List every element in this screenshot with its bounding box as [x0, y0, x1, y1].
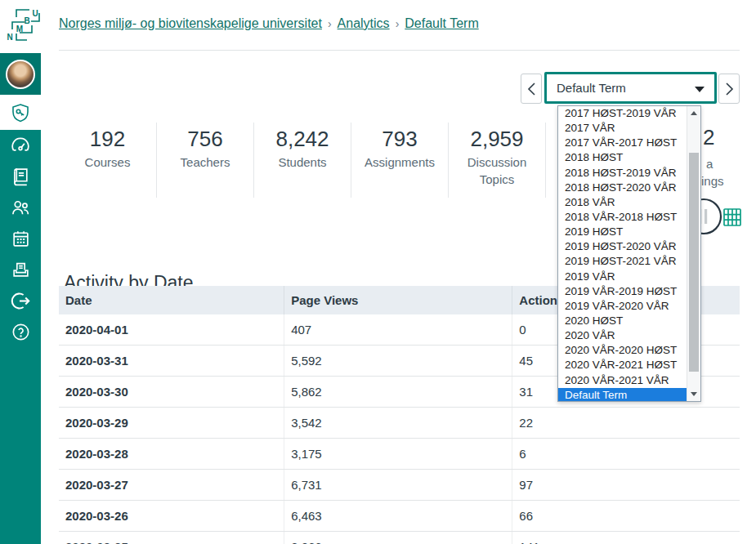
stat-label: Courses: [59, 154, 156, 171]
next-term-button[interactable]: [718, 74, 740, 104]
cell-actions: 66: [512, 501, 740, 532]
stat-card: 2,959Discussion Topics: [448, 123, 545, 198]
term-option[interactable]: 2020 VÅR-2021 VÅR: [558, 373, 687, 388]
cell-date: 2020-03-29: [59, 408, 284, 439]
sidebar-item-groups[interactable]: [0, 192, 41, 223]
term-option[interactable]: 2020 VÅR: [558, 328, 687, 343]
header-divider: [59, 50, 740, 51]
breadcrumb-account-link[interactable]: Norges miljø- og biovitenskapelige unive…: [59, 16, 322, 30]
cell-page-views: 5,862: [284, 377, 512, 408]
chevron-right-icon: [725, 82, 734, 96]
sidebar-item-logout[interactable]: [0, 285, 41, 316]
breadcrumb: Norges miljø- og biovitenskapelige unive…: [59, 16, 479, 31]
stat-label-fragment: a: [706, 157, 713, 171]
cell-date: 2020-04-01: [59, 314, 284, 346]
breadcrumb-separator: ›: [328, 17, 332, 30]
sidebar-item-inbox[interactable]: [0, 254, 41, 285]
question-mark-icon: [11, 322, 31, 342]
term-option[interactable]: 2019 HØST: [558, 225, 687, 239]
sidebar-item-admin[interactable]: [0, 95, 41, 130]
term-option[interactable]: 2017 VÅR-2017 HØST: [558, 136, 687, 150]
shield-key-icon: [11, 103, 30, 123]
previous-term-button[interactable]: [521, 74, 542, 104]
term-select[interactable]: Default Term: [544, 72, 717, 104]
stat-label: Discussion Topics: [449, 154, 545, 188]
cell-actions: 6: [512, 439, 740, 470]
cell-date: 2020-03-26: [59, 501, 284, 532]
svg-text:N: N: [7, 33, 12, 42]
dropdown-scrollbar[interactable]: [687, 106, 700, 401]
table-grid-icon: [723, 208, 741, 226]
stat-card: 793Assignments: [351, 123, 448, 198]
scrollbar-down-arrow[interactable]: [687, 387, 700, 401]
sidebar-item-dashboard[interactable]: [0, 130, 41, 161]
stat-value: 756: [157, 126, 253, 152]
term-option[interactable]: 2018 HØST-2019 VÅR: [558, 166, 687, 181]
calendar-icon: [11, 229, 31, 249]
term-option[interactable]: 2019 VÅR-2020 VÅR: [558, 299, 687, 314]
cell-date: 2020-03-27: [59, 470, 284, 501]
user-avatar: [6, 60, 35, 89]
svg-text:B: B: [24, 16, 29, 25]
global-nav-sidebar: [0, 53, 41, 544]
term-option[interactable]: 2020 HØST: [558, 314, 687, 328]
term-option[interactable]: 2018 VÅR: [558, 195, 687, 210]
inbox-icon: [11, 260, 31, 280]
nmbu-logo[interactable]: U B M N: [4, 4, 43, 43]
scrollbar-thumb[interactable]: [689, 153, 699, 372]
cell-page-views: 6,463: [284, 501, 512, 532]
dashboard-gauge-icon: [10, 135, 31, 156]
stat-label-fragment: ings: [701, 174, 724, 188]
svg-text:M: M: [16, 25, 23, 33]
cell-actions: 97: [512, 470, 740, 501]
cell-date: 2020-03-31: [59, 346, 284, 377]
sidebar-item-help[interactable]: [0, 316, 41, 347]
cell-actions: 22: [512, 408, 740, 439]
term-option[interactable]: 2018 HØST: [558, 150, 687, 165]
breadcrumb-separator: ›: [396, 17, 400, 30]
term-option[interactable]: 2019 HØST-2020 VÅR: [558, 239, 687, 254]
scrollbar-up-arrow[interactable]: [687, 106, 700, 120]
breadcrumb-term-link[interactable]: Default Term: [405, 16, 478, 30]
cell-page-views: 407: [284, 314, 512, 346]
cell-page-views: 8,266: [284, 532, 512, 544]
cell-page-views: 5,592: [284, 346, 512, 377]
breadcrumb-analytics-link[interactable]: Analytics: [338, 16, 390, 30]
term-option[interactable]: 2018 VÅR-2018 HØST: [558, 210, 687, 225]
sidebar-item-profile[interactable]: [0, 53, 41, 95]
table-row: 2020-03-283,1756: [59, 439, 740, 470]
term-option[interactable]: 2017 HØST-2019 VÅR: [558, 106, 687, 121]
term-option[interactable]: 2019 VÅR-2019 HØST: [558, 284, 687, 299]
sidebar-item-courses[interactable]: [0, 161, 41, 192]
term-option[interactable]: 2020 VÅR-2021 HØST: [558, 358, 687, 372]
logout-arrow-icon: [11, 291, 31, 311]
cell-page-views: 3,175: [284, 439, 512, 470]
sidebar-item-calendar[interactable]: [0, 223, 41, 254]
term-option[interactable]: 2020 VÅR-2020 HØST: [558, 343, 687, 358]
column-header-date: Date: [59, 286, 284, 314]
stat-value-fragment: 2: [703, 125, 714, 150]
term-option[interactable]: Default Term: [558, 388, 687, 401]
term-dropdown-list: 2017 HØST-2019 VÅR2017 VÅR2017 VÅR-2017 …: [557, 105, 701, 402]
cell-date: 2020-03-25: [59, 532, 284, 544]
canvas-analytics-page: U B M N Norges miljø- og biovitenskapeli…: [0, 0, 756, 544]
term-option[interactable]: 2019 VÅR: [558, 270, 687, 284]
table-view-button[interactable]: [723, 208, 741, 226]
stat-label: Assignments: [351, 154, 448, 171]
svg-text:U: U: [32, 9, 38, 18]
term-option[interactable]: 2018 HØST-2020 VÅR: [558, 181, 687, 195]
chevron-down-icon: [695, 87, 705, 92]
nmbu-logo-icon: U B M N: [4, 4, 43, 43]
term-option[interactable]: 2019 HØST-2021 VÅR: [558, 254, 687, 269]
stat-value: 793: [351, 126, 448, 152]
stat-value: 192: [59, 126, 156, 152]
cell-date: 2020-03-28: [59, 439, 284, 470]
term-option[interactable]: 2017 VÅR: [558, 121, 687, 136]
table-row: 2020-03-293,54222: [59, 408, 740, 439]
cell-page-views: 3,542: [284, 408, 512, 439]
stat-card: 756Teachers: [156, 123, 253, 198]
table-row: 2020-03-266,46366: [59, 501, 740, 532]
table-row: 2020-03-258,266141: [59, 532, 740, 544]
stat-value: 8,242: [254, 126, 351, 152]
table-row: 2020-03-276,73197: [59, 470, 740, 501]
